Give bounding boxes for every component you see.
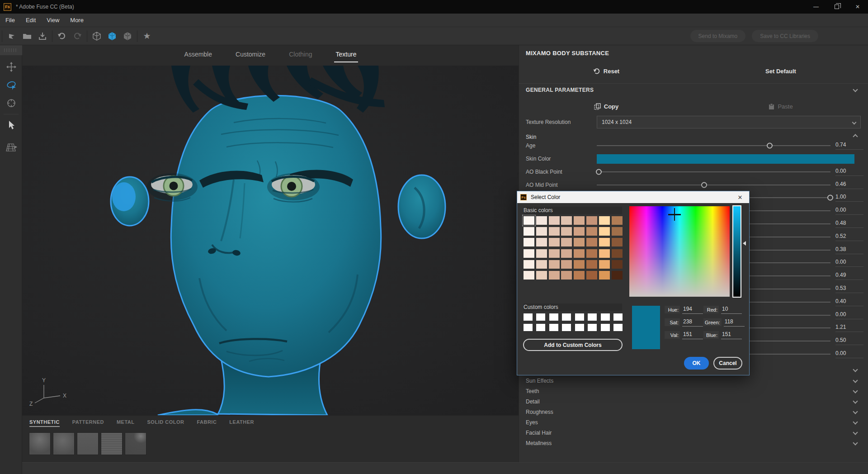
parameter-value[interactable]: 0.40 — [835, 298, 863, 306]
slider-thumb[interactable] — [827, 195, 833, 201]
basic-color-swatch[interactable] — [524, 227, 534, 236]
material-tab[interactable]: SYNTHETIC — [29, 419, 60, 427]
restore-button[interactable] — [826, 0, 847, 14]
custom-color-swatch[interactable] — [536, 313, 545, 321]
basic-color-swatch[interactable] — [586, 249, 597, 258]
basic-color-swatch[interactable] — [524, 260, 534, 269]
cube-wireframe-icon[interactable] — [89, 30, 104, 43]
basic-color-swatch[interactable] — [612, 271, 623, 280]
basic-color-swatch[interactable] — [561, 260, 572, 269]
field-value-input[interactable]: 151 — [721, 331, 742, 339]
field-value-input[interactable]: 118 — [724, 318, 745, 327]
ok-button[interactable]: OK — [684, 357, 709, 370]
basic-color-swatch[interactable] — [561, 249, 572, 258]
viewport-3d[interactable]: Y X Z — [22, 66, 519, 415]
chevron-down-icon[interactable] — [853, 409, 858, 414]
basic-color-swatch[interactable] — [549, 238, 560, 246]
chevron-down-icon[interactable] — [853, 419, 858, 424]
custom-color-swatch[interactable] — [588, 324, 597, 331]
slider-thumb[interactable] — [596, 169, 602, 175]
new-icon[interactable] — [4, 30, 19, 43]
chevron-down-icon[interactable] — [853, 367, 858, 372]
undo-icon[interactable] — [54, 30, 70, 43]
basic-color-swatch[interactable] — [536, 238, 547, 246]
custom-color-swatch[interactable] — [601, 313, 610, 321]
material-tab[interactable]: FABRIC — [197, 419, 217, 427]
cancel-button[interactable]: Cancel — [713, 357, 742, 370]
basic-color-swatch[interactable] — [612, 260, 623, 269]
value-bar[interactable] — [732, 205, 741, 298]
basic-color-swatch[interactable] — [612, 227, 623, 236]
basic-color-swatch[interactable] — [536, 271, 547, 280]
basic-color-swatch[interactable] — [586, 260, 597, 269]
custom-color-swatch[interactable] — [575, 313, 584, 321]
basic-color-swatch[interactable] — [599, 249, 610, 258]
material-tab[interactable]: METAL — [117, 419, 135, 427]
custom-color-swatch[interactable] — [549, 313, 558, 321]
menu-item[interactable]: File — [0, 17, 20, 24]
section-row[interactable]: Sun Effects — [519, 375, 868, 386]
chevron-down-icon[interactable] — [853, 87, 858, 92]
basic-color-swatch[interactable] — [586, 271, 597, 280]
basic-color-swatch[interactable] — [586, 238, 597, 246]
section-row[interactable]: Roughness — [519, 407, 868, 417]
basic-color-swatch[interactable] — [586, 227, 597, 236]
basic-color-swatch[interactable] — [574, 227, 585, 236]
basic-color-swatch[interactable] — [574, 249, 585, 258]
custom-color-swatch[interactable] — [536, 324, 545, 331]
custom-color-swatch[interactable] — [524, 324, 533, 331]
menu-item[interactable]: More — [65, 17, 89, 24]
parameter-value[interactable]: 0.49 — [835, 272, 863, 280]
basic-color-swatch[interactable] — [549, 260, 560, 269]
custom-color-swatch[interactable] — [588, 313, 597, 321]
field-value-input[interactable]: 238 — [682, 318, 703, 327]
field-value-input[interactable]: 10 — [721, 306, 742, 314]
texture-swatch[interactable] — [77, 432, 99, 455]
add-to-custom-colors-button[interactable]: Add to Custom Colors — [523, 339, 623, 351]
mode-tab[interactable]: Customize — [236, 51, 265, 61]
select-cursor-icon[interactable] — [0, 116, 22, 134]
parameter-value[interactable]: 0.50 — [835, 337, 863, 345]
material-tab[interactable]: SOLID COLOR — [147, 419, 184, 427]
basic-color-swatch[interactable] — [536, 216, 547, 225]
orbit-icon[interactable] — [0, 76, 22, 94]
basic-color-swatch[interactable] — [536, 227, 547, 236]
basic-color-swatch[interactable] — [524, 249, 534, 258]
basic-color-swatch[interactable] — [524, 216, 534, 225]
material-tab[interactable]: LEATHER — [229, 419, 254, 427]
custom-color-swatch[interactable] — [562, 313, 571, 321]
mode-tab[interactable]: Assemble — [184, 51, 212, 61]
parameter-value[interactable]: 0.46 — [835, 181, 863, 189]
custom-color-swatch[interactable] — [601, 324, 610, 331]
custom-color-swatch[interactable] — [613, 324, 623, 331]
chevron-down-icon[interactable] — [853, 440, 858, 445]
custom-color-swatch[interactable] — [549, 324, 558, 331]
section-row[interactable]: Metallness — [519, 438, 868, 448]
texture-swatch[interactable] — [125, 432, 146, 455]
cube-solid-icon[interactable] — [104, 30, 120, 43]
parameter-value[interactable]: 0.53 — [835, 285, 863, 293]
menu-item[interactable]: View — [41, 17, 65, 24]
basic-color-swatch[interactable] — [561, 227, 572, 236]
mode-tab[interactable]: Clothing — [289, 51, 312, 61]
custom-color-swatch[interactable] — [524, 313, 533, 321]
chevron-down-icon[interactable] — [853, 398, 858, 403]
basic-color-swatch[interactable] — [574, 238, 585, 246]
field-value-input[interactable]: 151 — [682, 331, 703, 339]
parameter-value[interactable]: 0.52 — [835, 233, 863, 241]
basic-color-swatch[interactable] — [549, 216, 560, 225]
dialog-close-button[interactable]: ✕ — [731, 194, 749, 201]
basic-color-swatch[interactable] — [561, 216, 572, 225]
basic-color-swatch[interactable] — [599, 227, 610, 236]
chevron-down-icon[interactable] — [853, 378, 858, 383]
custom-color-swatch[interactable] — [562, 324, 571, 331]
hue-saturation-picker[interactable] — [629, 206, 730, 297]
basic-color-swatch[interactable] — [561, 271, 572, 280]
parameter-value[interactable]: 0.00 — [835, 259, 863, 267]
section-row[interactable]: Eyes — [519, 417, 868, 427]
dialog-title-bar[interactable]: Fs Select Color ✕ — [517, 191, 749, 203]
cube-textured-icon[interactable] — [120, 30, 135, 43]
basic-color-swatch[interactable] — [574, 260, 585, 269]
material-tab[interactable]: PATTERNED — [72, 419, 104, 427]
slider-thumb[interactable] — [701, 182, 707, 188]
